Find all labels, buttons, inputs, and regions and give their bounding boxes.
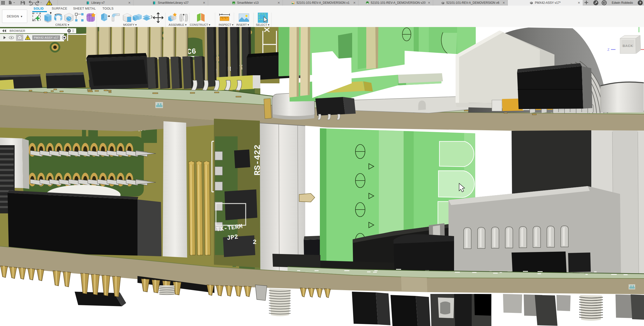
svg-text:C6: C6: [187, 47, 196, 56]
svg-text:?: ?: [639, 1, 641, 5]
svg-text:JP2: JP2: [226, 233, 238, 242]
svg-text:Edwin Robledo: Edwin Robledo: [612, 1, 633, 5]
svg-text:BACK: BACK: [623, 44, 633, 48]
svg-text:Z: Z: [607, 48, 609, 52]
svg-text:2: 2: [253, 239, 257, 246]
